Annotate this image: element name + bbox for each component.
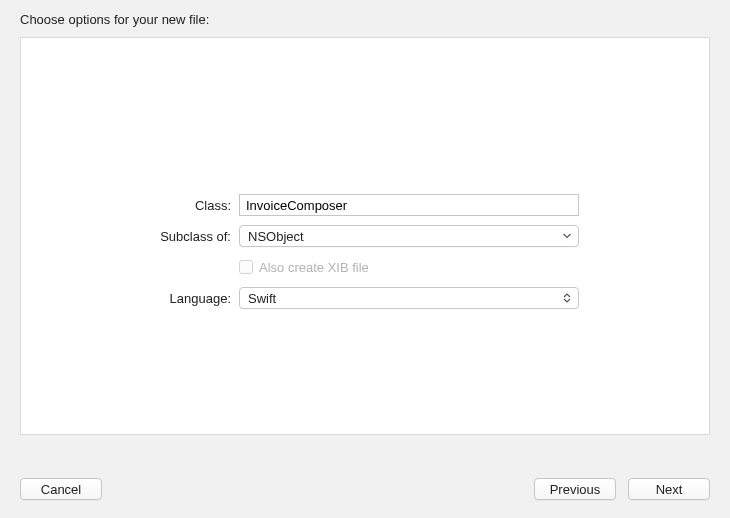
previous-button[interactable]: Previous [534,478,616,500]
xib-row: Also create XIB file [21,256,709,278]
subclass-label: Subclass of: [21,229,239,244]
up-down-arrows-icon [562,293,572,303]
class-input[interactable] [239,194,579,216]
subclass-row: Subclass of: NSObject [21,225,709,247]
language-row: Language: Swift [21,287,709,309]
class-row: Class: [21,194,709,216]
language-value: Swift [248,291,276,306]
subclass-value: NSObject [248,229,304,244]
subclass-combobox[interactable]: NSObject [239,225,579,247]
cancel-button[interactable]: Cancel [20,478,102,500]
language-select[interactable]: Swift [239,287,579,309]
class-label: Class: [21,198,239,213]
next-button[interactable]: Next [628,478,710,500]
sheet-header: Choose options for your new file: [0,0,730,37]
new-file-options-sheet: Choose options for your new file: Class:… [0,0,730,518]
footer-bar: Cancel Previous Next [20,478,710,500]
xib-checkbox-row: Also create XIB file [239,257,579,277]
options-form: Class: Subclass of: NSObject [21,194,709,309]
xib-checkbox [239,260,253,274]
options-panel: Class: Subclass of: NSObject [20,37,710,435]
xib-label: Also create XIB file [259,260,369,275]
language-label: Language: [21,291,239,306]
sheet-title: Choose options for your new file: [20,12,209,27]
chevron-down-icon [562,233,572,239]
